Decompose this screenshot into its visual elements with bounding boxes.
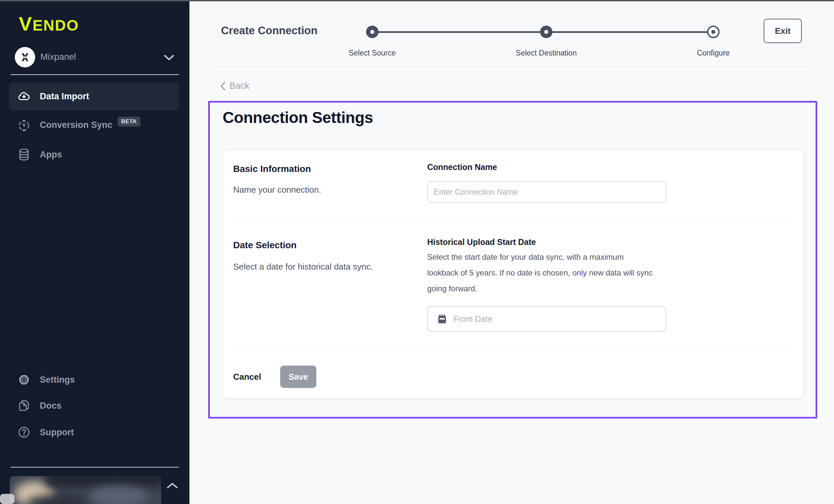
header-divider bbox=[211, 66, 813, 67]
connection-name-label: Connection Name bbox=[427, 162, 497, 172]
step-dot-select-destination bbox=[540, 26, 552, 38]
sidebar-item-data-import[interactable]: Data Import bbox=[9, 83, 179, 110]
from-date-field[interactable] bbox=[427, 306, 666, 332]
exit-button[interactable]: Exit bbox=[764, 19, 802, 43]
sidebar-item-apps[interactable]: Apps bbox=[9, 141, 179, 168]
connection-name-input[interactable] bbox=[427, 181, 666, 203]
beta-badge: BETA bbox=[118, 117, 140, 127]
sidebar-item-label: Docs bbox=[40, 401, 62, 411]
arrows-out-icon bbox=[17, 119, 30, 132]
sidebar-item-label: Settings bbox=[40, 375, 75, 385]
settings-card: Basic Information Name your connection. … bbox=[223, 150, 804, 398]
sidebar: VENDO Mixpanel Data Import bbox=[0, 0, 190, 504]
connection-settings-panel: Connection Settings Basic Information Na… bbox=[208, 101, 817, 418]
step-label-configure: Configure bbox=[697, 49, 730, 58]
panel-title: Connection Settings bbox=[223, 109, 373, 127]
card-divider bbox=[233, 350, 793, 350]
step-label-select-destination: Select Destination bbox=[515, 49, 576, 58]
sidebar-item-label: Support bbox=[40, 428, 74, 438]
cancel-button[interactable]: Cancel bbox=[233, 366, 261, 388]
sidebar-item-support[interactable]: Support bbox=[9, 418, 179, 446]
section-title-basic-information: Basic Information bbox=[233, 164, 311, 174]
from-date-input[interactable] bbox=[454, 314, 651, 324]
window-corner-chip bbox=[0, 494, 15, 504]
sidebar-item-docs[interactable]: Docs bbox=[9, 392, 179, 419]
historical-upload-label: Historical Upload Start Date bbox=[427, 237, 536, 247]
back-link[interactable]: Back bbox=[220, 81, 249, 91]
chevron-left-icon bbox=[220, 82, 226, 91]
mixpanel-logo-icon bbox=[15, 47, 35, 67]
sidebar-item-conversion-sync[interactable]: Conversion SyncBETA bbox=[9, 112, 179, 139]
page-title: Create Connection bbox=[221, 24, 317, 37]
sidebar-divider-top bbox=[10, 74, 179, 75]
section-subtitle-date-selection: Select a date for historical data sync. bbox=[233, 262, 373, 272]
window-top-strip bbox=[0, 0, 834, 1]
sidebar-divider-bottom bbox=[10, 467, 179, 467]
sidebar-item-label: Data Import bbox=[40, 91, 89, 102]
sidebar-item-label: Conversion SyncBETA bbox=[40, 120, 140, 131]
section-title-date-selection: Date Selection bbox=[233, 240, 297, 250]
user-profile-blurred[interactable] bbox=[10, 476, 161, 504]
workspace-name: Mixpanel bbox=[41, 52, 76, 62]
chevron-down-icon bbox=[163, 54, 175, 61]
database-icon bbox=[17, 148, 30, 161]
documents-icon bbox=[17, 399, 30, 412]
save-button[interactable]: Save bbox=[280, 366, 316, 388]
step-label-select-source: Select Source bbox=[349, 49, 396, 58]
gear-icon bbox=[17, 373, 30, 386]
chevron-up-icon[interactable] bbox=[167, 482, 178, 489]
section-subtitle-basic-information: Name your connection. bbox=[233, 185, 321, 195]
card-divider bbox=[233, 219, 793, 219]
sidebar-item-label: Apps bbox=[40, 150, 62, 160]
step-dot-select-source bbox=[366, 26, 378, 38]
help-circle-icon bbox=[17, 426, 30, 439]
historical-upload-description: Select the start date for your data sync… bbox=[427, 249, 654, 297]
step-dot-configure bbox=[707, 26, 720, 38]
vendo-logo: VENDO bbox=[19, 13, 79, 35]
back-label: Back bbox=[229, 81, 249, 91]
sidebar-item-settings[interactable]: Settings bbox=[9, 366, 179, 394]
cloud-download-icon bbox=[17, 90, 30, 103]
workspace-switcher[interactable]: Mixpanel bbox=[14, 46, 179, 69]
calendar-icon bbox=[436, 313, 447, 325]
